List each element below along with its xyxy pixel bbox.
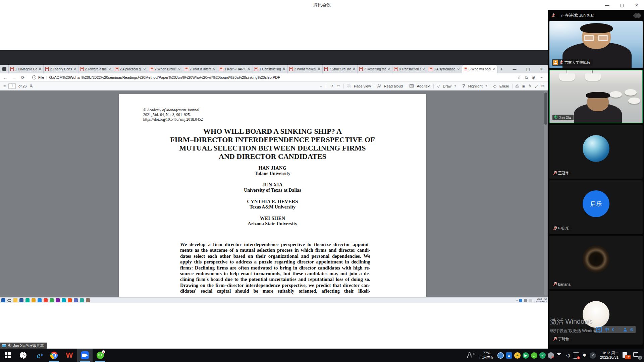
tray-icon[interactable]: ▶ — [523, 352, 529, 359]
taskbar-clock[interactable]: 10:12 周一 2022/10/31 — [600, 351, 619, 360]
tencent-meeting-icon[interactable] — [77, 349, 93, 362]
pinwheel-app-icon[interactable] — [15, 349, 31, 362]
zoom-in-icon[interactable]: + — [325, 84, 327, 88]
participant-tile[interactable]: Jun Xia — [549, 70, 643, 123]
shared-app-icon[interactable] — [25, 298, 30, 302]
tray-icon[interactable] — [548, 352, 554, 359]
tray-icon[interactable]: ✓ — [590, 352, 596, 359]
print-icon[interactable]: ⎙ — [516, 84, 519, 88]
start-button[interactable] — [0, 349, 15, 362]
tab-close-icon[interactable]: ✕ — [143, 67, 146, 71]
ime-profile-icon[interactable] — [624, 328, 627, 331]
ime-chinese-icon[interactable]: 中 — [605, 327, 609, 332]
highlight-label[interactable]: Highlight — [468, 84, 483, 88]
draw-label[interactable]: Draw — [443, 84, 451, 88]
notification-center-icon[interactable]: 3 — [633, 352, 641, 359]
highlight-dropdown-icon[interactable]: ▾ — [486, 84, 487, 87]
rotate-icon[interactable]: ↺ — [330, 84, 333, 88]
address-bar[interactable]: i File | G:/AOM%20Wuhan%20U/2022%20semin… — [29, 74, 514, 81]
ime-pointer-icon[interactable] — [596, 327, 602, 332]
shared-app-icon[interactable] — [56, 298, 60, 302]
participant-tile[interactable]: 丁诗怡 — [549, 291, 643, 345]
tray-icon[interactable]: ‥ — [531, 352, 537, 359]
tab-close-icon[interactable]: ✕ — [38, 67, 42, 71]
draw-icon[interactable]: ▽ — [437, 84, 440, 88]
people-icon[interactable] — [467, 352, 476, 359]
add-text-label[interactable]: Add text — [417, 84, 430, 88]
shared-app-icon[interactable] — [86, 298, 90, 302]
shared-tray-caret[interactable]: ^ — [516, 299, 518, 302]
shared-app-icon[interactable] — [50, 298, 54, 302]
tab-close-icon[interactable]: ✕ — [387, 67, 390, 71]
collections-icon[interactable]: ⧉ — [525, 75, 528, 80]
browser-close-button[interactable]: ✕ — [535, 65, 548, 73]
tray-icon[interactable]: ◁) — [565, 352, 571, 359]
shared-app-icon[interactable] — [44, 298, 48, 302]
browser-tab[interactable]: 1 Constructing mystery.pdf ✕ — [253, 65, 288, 73]
tray-icon[interactable]: + — [514, 352, 521, 359]
page-view-icon[interactable]: ⿻ — [347, 83, 351, 89]
new-tab-button[interactable]: + — [497, 65, 506, 73]
erase-icon[interactable]: ◇ — [493, 84, 496, 88]
tab-close-icon[interactable]: ✕ — [352, 67, 356, 71]
browser-tab[interactable]: 1 DiMaggio Comments on 'Wi ✕ — [9, 65, 44, 73]
security-flag-icon[interactable]: 17 — [623, 352, 630, 359]
wps-office-icon[interactable]: W — [62, 349, 77, 362]
favorites-icon[interactable]: ☆ — [517, 75, 521, 80]
browser-tab[interactable]: 8 Transaction cost econom ✕ — [392, 65, 427, 73]
browser-minimize-button[interactable]: — — [508, 65, 521, 73]
browser-tab[interactable]: 7 Structural inertia and orga ✕ — [323, 65, 358, 73]
fit-page-icon[interactable]: ▭ — [337, 84, 340, 88]
erase-label[interactable]: Erase — [499, 84, 509, 88]
browser-tab[interactable]: 2 Theory Construction as Disc ✕ — [44, 65, 78, 73]
memory-widget[interactable]: 77% 已用内存 — [479, 351, 494, 360]
page-info-icon[interactable]: i — [32, 75, 36, 79]
tab-close-icon[interactable]: ✕ — [213, 67, 216, 71]
close-button[interactable]: ✕ — [629, 0, 644, 10]
tray-icon[interactable] — [573, 352, 579, 359]
forward-icon[interactable]: → — [11, 75, 17, 80]
tray-icon[interactable]: 中 — [581, 352, 588, 359]
tab-close-icon[interactable]: ✕ — [248, 67, 251, 71]
tray-icon[interactable]: ✓ — [539, 352, 546, 359]
tab-close-icon[interactable]: ✕ — [457, 67, 460, 71]
tab-close-icon[interactable]: ✕ — [317, 67, 321, 71]
shared-start-icon[interactable] — [1, 298, 5, 302]
participant-tile[interactable]: 吉林大学鞠晓伟 — [549, 21, 643, 68]
shared-app-icon[interactable] — [68, 298, 72, 302]
reload-icon[interactable]: ⟳ — [20, 75, 25, 80]
shared-app-icon[interactable] — [19, 298, 23, 302]
ime-punctuation-icon[interactable]: ’’ — [619, 327, 621, 332]
participant-tile[interactable]: 启乐 申启乐 — [549, 180, 643, 234]
browser-tab[interactable]: 2 What makes management ✕ — [288, 65, 323, 73]
tray-icon[interactable]: ▲ — [506, 352, 512, 359]
tab-close-icon[interactable]: ✕ — [282, 67, 286, 71]
tab-close-icon[interactable]: ✕ — [492, 67, 495, 71]
browser-tab[interactable]: 2 Toward a theory of paradox ✕ — [78, 65, 113, 73]
pdf-scrollbar-thumb[interactable] — [544, 93, 547, 125]
add-text-icon[interactable]: ⌧ — [409, 84, 414, 88]
shared-tray-icon[interactable] — [519, 299, 522, 302]
back-icon[interactable]: ← — [3, 75, 8, 80]
tab-close-icon[interactable]: ✕ — [422, 67, 425, 71]
read-aloud-label[interactable]: Read aloud — [384, 84, 403, 88]
shared-tray-icon[interactable] — [529, 299, 532, 302]
shared-search-icon[interactable] — [7, 299, 11, 302]
tab-close-icon[interactable]: ✕ — [73, 67, 76, 71]
shared-app-icon[interactable] — [32, 298, 36, 302]
pdf-viewport[interactable]: © Academy of Management Journal 2021, Vo… — [0, 90, 548, 297]
pdf-menu-icon[interactable]: ≡ — [3, 84, 6, 88]
browser-tab[interactable]: 1 Kerr - HARKing.pdf ✕ — [218, 65, 253, 73]
more-icon[interactable]: ⋯ — [539, 75, 543, 80]
tray-icon[interactable] — [556, 352, 562, 359]
save-icon[interactable]: ▣ — [522, 84, 525, 88]
profile-icon[interactable]: ◉ — [532, 75, 535, 80]
shared-app-icon[interactable] — [74, 298, 78, 302]
read-aloud-icon[interactable]: A⁾ — [377, 84, 381, 88]
pdf-settings-icon[interactable]: ⚙ — [541, 84, 545, 88]
shared-explorer-icon[interactable] — [13, 298, 17, 302]
page-view-label[interactable]: Page view — [354, 84, 371, 88]
shared-tray-icon[interactable] — [524, 299, 527, 302]
page-number-input[interactable] — [8, 83, 16, 89]
minimize-button[interactable]: — — [600, 0, 614, 10]
